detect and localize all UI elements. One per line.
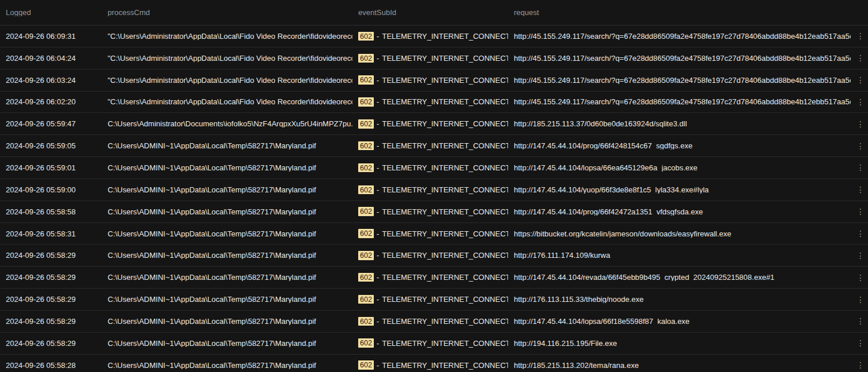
row-actions-button[interactable]: ⋮ [851,32,868,40]
row-actions-button[interactable]: ⋮ [851,98,868,106]
event-separator: - [377,142,379,149]
event-name-label: TELEMETRY_INTERNET_CONNECT [382,230,508,238]
kebab-vertical-icon: ⋮ [856,296,865,304]
event-separator: - [377,230,379,238]
table-row[interactable]: 2024-09-26 05:58:29 C:\Users\ADMINI~1\Ap… [0,245,868,267]
row-actions-button[interactable]: ⋮ [851,251,868,260]
request-cell: http://194.116.215.195/File.exe [508,340,851,347]
logged-cell: 2024-09-26 05:59:47 [0,120,102,127]
event-separator: - [377,362,379,369]
kebab-vertical-icon: ⋮ [856,120,865,128]
request-cell: http://45.155.249.117/search/?q=67e28dd8… [508,98,851,105]
process-cmd-cell: C:\Users\ADMINI~1\AppData\Local\Temp\582… [102,142,352,149]
table-row[interactable]: 2024-09-26 06:04:24 "C:\Users\Administra… [0,48,868,70]
logged-cell: 2024-09-26 06:09:31 [0,32,102,40]
process-cmd-cell: C:\Users\ADMINI~1\AppData\Local\Temp\582… [102,318,352,325]
event-subid-cell: 602 - TELEMETRY_INTERNET_CONNECT [352,163,508,173]
request-cell: http://147.45.44.104/prog/66f42472a1351_… [508,208,851,216]
kebab-vertical-icon: ⋮ [856,76,865,84]
table-row[interactable]: 2024-09-26 05:59:01 C:\Users\ADMINI~1\Ap… [0,157,868,179]
process-cmd-cell: C:\Users\ADMINI~1\AppData\Local\Temp\582… [102,296,352,303]
request-cell: http://176.113.115.33/thebig/noode.exe [508,296,851,303]
row-actions: ⋮ [851,251,868,260]
row-actions-button[interactable]: ⋮ [851,185,868,194]
row-actions-button[interactable]: ⋮ [851,163,868,172]
event-name-label: TELEMETRY_INTERNET_CONNECT [382,273,508,281]
row-actions: ⋮ [851,296,868,304]
row-actions-button[interactable]: ⋮ [851,296,868,304]
process-cmd-cell: "C:\Users\Administrator\AppData\Local\Fi… [102,76,352,84]
event-name-label: TELEMETRY_INTERNET_CONNECT [382,54,508,62]
row-actions-button[interactable]: ⋮ [851,317,868,325]
header-cell-logged[interactable]: Logged [0,9,102,16]
table-row[interactable]: 2024-09-26 05:58:58 C:\Users\ADMINI~1\Ap… [0,201,868,223]
request-cell: http://147.45.44.104/lopsa/66f18e5598f87… [508,318,851,325]
kebab-vertical-icon: ⋮ [856,207,865,216]
event-code-badge: 602 [358,317,374,326]
event-subid-cell: 602 - TELEMETRY_INTERNET_CONNECT [352,97,508,107]
process-cmd-cell: "C:\Users\Administrator\AppData\Local\Fi… [102,54,352,62]
table-row[interactable]: 2024-09-26 05:58:29 C:\Users\ADMINI~1\Ap… [0,311,868,333]
kebab-vertical-icon: ⋮ [856,54,865,62]
event-name-label: TELEMETRY_INTERNET_CONNECT [382,340,508,347]
row-actions-button[interactable]: ⋮ [851,229,868,238]
table-row[interactable]: 2024-09-26 05:58:29 C:\Users\ADMINI~1\Ap… [0,267,868,289]
request-cell: http://45.155.249.117/search/?q=67e28dd8… [508,76,851,84]
request-cell: http://147.45.44.104/yuop/66f3de8e8f1c5_… [508,186,851,194]
row-actions-button[interactable]: ⋮ [851,339,868,347]
kebab-vertical-icon: ⋮ [856,317,865,325]
process-cmd-cell: C:\Users\ADMINI~1\AppData\Local\Temp\582… [102,208,352,216]
event-separator: - [377,164,379,172]
table-row[interactable]: 2024-09-26 06:02:20 "C:\Users\Administra… [0,92,868,114]
row-actions-button[interactable]: ⋮ [851,207,868,216]
event-subid-cell: 602 - TELEMETRY_INTERNET_CONNECT [352,251,508,260]
table-row[interactable]: 2024-09-26 06:09:31 "C:\Users\Administra… [0,25,868,48]
process-cmd-cell: "C:\Users\Administrator\AppData\Local\Fi… [102,32,352,40]
table-body: 2024-09-26 06:09:31 "C:\Users\Administra… [0,25,868,372]
table-row[interactable]: 2024-09-26 05:58:29 C:\Users\ADMINI~1\Ap… [0,333,868,355]
header-cell-processcmd[interactable]: processCmd [102,9,352,16]
row-actions: ⋮ [851,32,868,40]
event-separator: - [377,340,379,347]
row-actions: ⋮ [851,163,868,172]
event-separator: - [377,273,379,281]
logged-cell: 2024-09-26 05:59:01 [0,164,102,172]
kebab-vertical-icon: ⋮ [856,361,865,369]
event-subid-cell: 602 - TELEMETRY_INTERNET_CONNECT [352,141,508,151]
request-cell: http://185.215.113.37/0d60be0de163924d/s… [508,120,851,127]
kebab-vertical-icon: ⋮ [856,339,865,347]
table-row[interactable]: 2024-09-26 05:58:29 C:\Users\ADMINI~1\Ap… [0,289,868,311]
event-name-label: TELEMETRY_INTERNET_CONNECT [382,251,508,259]
row-actions: ⋮ [851,76,868,84]
event-subid-cell: 602 - TELEMETRY_INTERNET_CONNECT [352,119,508,129]
event-code-badge: 602 [358,141,374,151]
header-cell-request[interactable]: request [508,9,851,16]
row-actions: ⋮ [851,207,868,216]
event-name-label: TELEMETRY_INTERNET_CONNECT [382,76,508,84]
table-row[interactable]: 2024-09-26 05:58:31 C:\Users\ADMINI~1\Ap… [0,223,868,245]
table-row[interactable]: 2024-09-26 05:59:00 C:\Users\ADMINI~1\Ap… [0,179,868,201]
table-row[interactable]: 2024-09-26 05:59:05 C:\Users\ADMINI~1\Ap… [0,135,868,157]
kebab-vertical-icon: ⋮ [856,32,865,40]
event-code-badge: 602 [358,163,374,173]
row-actions-button[interactable]: ⋮ [851,361,868,369]
event-name-label: TELEMETRY_INTERNET_CONNECT [382,208,508,216]
table-row[interactable]: 2024-09-26 06:03:24 "C:\Users\Administra… [0,70,868,92]
request-cell: http://45.155.249.117/search/?q=67e28dd8… [508,54,851,62]
event-subid-cell: 602 - TELEMETRY_INTERNET_CONNECT [352,229,508,238]
row-actions-button[interactable]: ⋮ [851,120,868,128]
row-actions-button[interactable]: ⋮ [851,273,868,282]
request-cell: http://176.111.174.109/kurwa [508,251,851,259]
header-cell-eventsubid[interactable]: eventSubId [352,9,508,16]
event-code-badge: 602 [358,97,374,107]
event-name-label: TELEMETRY_INTERNET_CONNECT [382,318,508,325]
row-actions-button[interactable]: ⋮ [851,76,868,84]
table-row[interactable]: 2024-09-26 05:58:28 C:\Users\ADMINI~1\Ap… [0,355,868,372]
row-actions-button[interactable]: ⋮ [851,142,868,150]
row-actions-button[interactable]: ⋮ [851,54,868,62]
table-row[interactable]: 2024-09-26 05:59:47 C:\Users\Administrat… [0,113,868,135]
event-subid-cell: 602 - TELEMETRY_INTERNET_CONNECT [352,317,508,326]
process-cmd-cell: C:\Users\ADMINI~1\AppData\Local\Temp\582… [102,164,352,172]
event-name-label: TELEMETRY_INTERNET_CONNECT [382,120,508,127]
event-code-badge: 602 [358,185,374,195]
